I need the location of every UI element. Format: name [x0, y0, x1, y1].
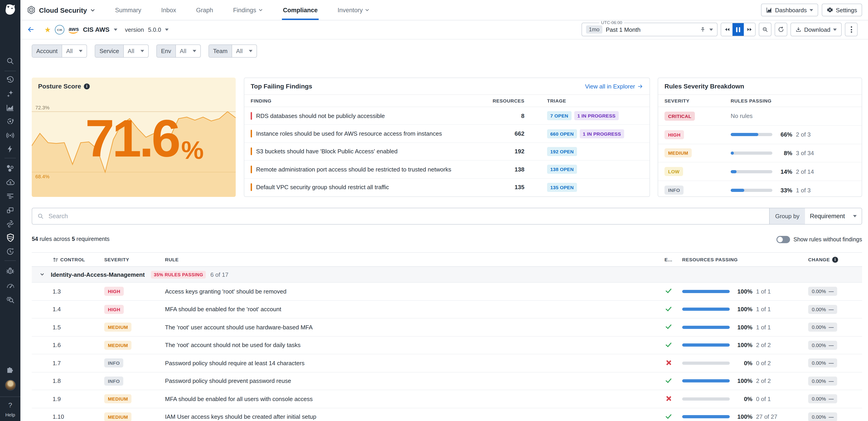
- gauge-icon[interactable]: [0, 281, 21, 291]
- in-progress-badge[interactable]: 1 IN PROGRESS: [580, 129, 624, 138]
- group-by-select[interactable]: Requirement: [805, 208, 862, 224]
- resources-passing-pct: 100%: [733, 306, 752, 313]
- bug-icon[interactable]: [0, 266, 21, 276]
- finding-row[interactable]: S3 buckets should have 'Block Public Acc…: [244, 143, 650, 161]
- target-eye-icon[interactable]: [0, 116, 21, 126]
- help-label[interactable]: Help: [0, 412, 21, 417]
- finding-row[interactable]: Default VPC security group should restri…: [244, 178, 650, 196]
- rules-passing-frac: 1 of 3: [796, 187, 811, 194]
- chevron-down-icon[interactable]: [40, 272, 44, 277]
- sparkles-icon[interactable]: [0, 88, 21, 99]
- col-control[interactable]: CONTROL: [60, 257, 85, 262]
- col-resources: RESOURCES: [488, 98, 524, 104]
- puzzle-icon[interactable]: [0, 365, 21, 375]
- tab-inbox[interactable]: Inbox: [160, 0, 177, 20]
- open-badge[interactable]: 7 OPEN: [547, 111, 571, 120]
- rule-name[interactable]: MFA should be enabled for all users with…: [165, 396, 313, 402]
- severity-badge: HIGH: [664, 130, 684, 139]
- pass-check-icon: [665, 288, 672, 294]
- view-all-link[interactable]: View all in Explorer: [585, 83, 643, 90]
- col-rule[interactable]: RULE: [165, 257, 179, 262]
- severity-row[interactable]: CRITICALNo rules: [658, 107, 862, 126]
- product-switcher[interactable]: Cloud Security: [27, 5, 95, 15]
- logs-icon[interactable]: [0, 191, 21, 201]
- pass-check-icon: [665, 306, 672, 312]
- open-badge[interactable]: 138 OPEN: [547, 165, 577, 174]
- search-icon[interactable]: [0, 56, 21, 66]
- info-icon[interactable]: i: [832, 256, 838, 262]
- rule-name[interactable]: MFA should be enabled for the 'root' acc…: [165, 306, 281, 313]
- rule-row[interactable]: 1.3HIGHAccess keys granting 'root' shoul…: [32, 283, 862, 301]
- link-icon[interactable]: [0, 219, 21, 229]
- tab-summary[interactable]: Summary: [114, 0, 142, 20]
- rule-name[interactable]: Password policy should prevent password …: [165, 378, 291, 385]
- finding-row[interactable]: Remote administration port access should…: [244, 161, 650, 178]
- clock-history-icon[interactable]: [0, 75, 21, 85]
- severity-row[interactable]: INFO33%1 of 3: [658, 181, 862, 199]
- rule-row[interactable]: 1.7INFOPassword policy should require at…: [32, 354, 862, 372]
- rule-name[interactable]: Password policy should require at least …: [165, 360, 305, 367]
- finding-resources-count: 192: [488, 148, 524, 155]
- rules-search-bar: Group by Requirement: [32, 208, 862, 225]
- col-evaluation[interactable]: E...: [664, 257, 673, 262]
- finding-row[interactable]: Instance roles should be used for AWS re…: [244, 125, 650, 143]
- show-rules-toggle[interactable]: [776, 236, 790, 243]
- tab-graph[interactable]: Graph: [195, 0, 214, 20]
- clock-sparkle-icon[interactable]: [0, 246, 21, 256]
- change-value: 0.00%: [812, 289, 826, 294]
- rules-table: CONTROL SEVERITY RULE E... RESOURCES PAS…: [32, 252, 862, 421]
- finding-name: Default VPC security group should restri…: [256, 184, 389, 191]
- rule-name[interactable]: The 'root' account should not be used fo…: [165, 342, 301, 349]
- finding-row[interactable]: RDS databases should not be publicly acc…: [244, 107, 650, 125]
- open-badge[interactable]: 135 OPEN: [547, 183, 577, 192]
- findings-title: Top Failing Findings: [251, 83, 312, 90]
- col-resources-passing[interactable]: RESOURCES PASSING: [682, 257, 738, 262]
- open-badge[interactable]: 192 OPEN: [547, 147, 577, 156]
- user-avatar[interactable]: [0, 380, 21, 391]
- rule-name[interactable]: The 'root' user account should use hardw…: [165, 324, 313, 331]
- chart-area-icon[interactable]: [0, 103, 21, 113]
- col-severity[interactable]: SEVERITY: [104, 257, 129, 262]
- tab-findings[interactable]: Findings: [232, 0, 264, 20]
- hexagons-icon[interactable]: [0, 163, 21, 173]
- tab-compliance[interactable]: Compliance: [282, 0, 318, 20]
- dashboards-button[interactable]: Dashboards: [761, 4, 818, 16]
- severity-row[interactable]: LOW14%2 of 14: [658, 163, 862, 181]
- fail-cross-icon: [665, 360, 673, 367]
- cloud-cost-icon[interactable]: $: [0, 177, 21, 187]
- settings-label: Settings: [836, 7, 857, 13]
- resources-passing-bar: [682, 397, 730, 400]
- severity-badge: MEDIUM: [104, 412, 132, 421]
- help-icon[interactable]: ?: [0, 400, 21, 410]
- in-progress-badge[interactable]: 1 IN PROGRESS: [574, 111, 619, 120]
- rule-row[interactable]: 1.6MEDIUMThe 'root' account should not b…: [32, 336, 862, 354]
- gridline-max-label: 72.3%: [35, 105, 50, 110]
- info-icon[interactable]: i: [84, 83, 90, 89]
- requirement-group-row[interactable]: Identity-and-Access-Management 35% RULES…: [32, 267, 862, 283]
- rule-row[interactable]: 1.4HIGHMFA should be enabled for the 'ro…: [32, 301, 862, 318]
- severity-row[interactable]: MEDIUM8%3 of 34: [658, 144, 862, 163]
- search-input[interactable]: [48, 212, 764, 220]
- windows-icon[interactable]: [0, 205, 21, 215]
- tab-inventory[interactable]: Inventory: [337, 0, 371, 20]
- rule-row[interactable]: 1.8INFOPassword policy should prevent pa…: [32, 372, 862, 390]
- finding-resources-count: 138: [488, 166, 524, 173]
- settings-button[interactable]: Settings: [822, 4, 862, 16]
- rule-control: 1.10: [53, 414, 64, 420]
- rule-name[interactable]: IAM User access keys should be created a…: [165, 414, 316, 420]
- rule-row[interactable]: 1.9MEDIUMMFA should be enabled for all u…: [32, 390, 862, 408]
- sort-icon[interactable]: [53, 256, 59, 262]
- col-change[interactable]: CHANGE: [808, 257, 830, 262]
- shield-icon[interactable]: [0, 233, 21, 243]
- rule-row[interactable]: 1.10MEDIUMIAM User access keys should be…: [32, 408, 862, 421]
- open-badge[interactable]: 660 OPEN: [547, 129, 577, 138]
- doc-search-icon[interactable]: [0, 294, 21, 304]
- bolt-icon[interactable]: [0, 144, 21, 154]
- rule-row[interactable]: 1.5MEDIUMThe 'root' user account should …: [32, 318, 862, 336]
- severity-row[interactable]: HIGH66%2 of 3: [658, 126, 862, 144]
- datadog-logo[interactable]: [0, 0, 21, 20]
- finding-triage: 7 OPEN1 IN PROGRESS: [547, 111, 619, 120]
- requirement-count: 6 of 17: [210, 271, 228, 278]
- rule-name[interactable]: Access keys granting 'root' should be re…: [165, 288, 286, 295]
- live-signal-icon[interactable]: [0, 130, 21, 140]
